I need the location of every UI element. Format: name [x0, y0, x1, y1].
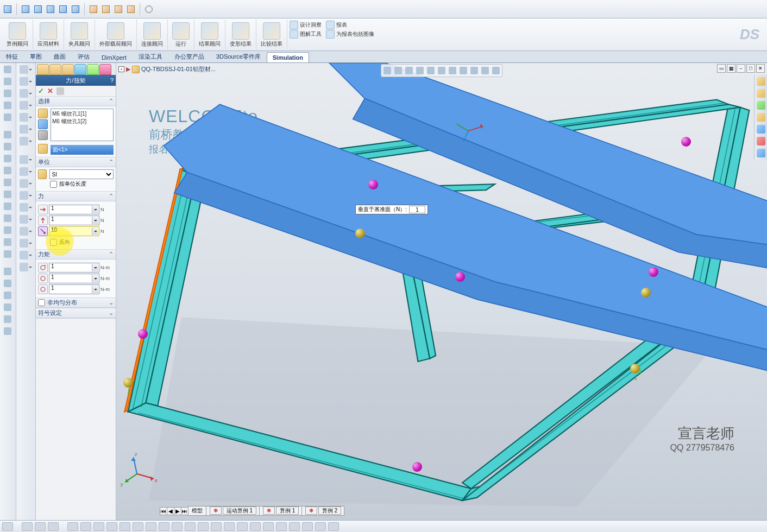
torque-x-icon[interactable]: [38, 263, 48, 273]
list-item[interactable]: M6 螺纹孔1[1]: [52, 110, 112, 118]
status-btn[interactable]: [237, 522, 248, 531]
vt2-btn[interactable]: [17, 88, 34, 99]
vt2-btn[interactable]: [17, 136, 34, 147]
rib-result-advisor[interactable]: 结果顾问: [194, 20, 225, 49]
status-btn[interactable]: [185, 522, 196, 531]
tab-features[interactable]: 特征: [0, 50, 24, 62]
maximize-icon[interactable]: □: [746, 64, 755, 73]
bottom-tab-study2[interactable]: ✱ 算例 2: [301, 506, 344, 516]
torque-y-icon[interactable]: [38, 274, 48, 283]
rt-appearances[interactable]: [756, 136, 766, 147]
new-icon[interactable]: [2, 4, 13, 15]
select-face-icon[interactable]: [38, 109, 48, 118]
vt2-btn[interactable]: [17, 76, 34, 87]
view-cube-icon-1[interactable]: [20, 4, 31, 15]
status-btn[interactable]: [159, 522, 169, 531]
status-btn[interactable]: [2, 522, 13, 531]
view-setting-icon[interactable]: [480, 66, 490, 75]
tab-office[interactable]: 办公室产品: [168, 50, 210, 62]
selection-list[interactable]: M6 螺纹孔1[1] M6 螺纹孔1[2]: [51, 109, 114, 141]
pm-sec-h-select[interactable]: 选择⌃: [36, 97, 116, 106]
vt-btn[interactable]: [1, 177, 14, 188]
tab-evaluate[interactable]: 评估: [72, 50, 96, 62]
rt-resources[interactable]: [756, 88, 766, 99]
vt-btn[interactable]: [1, 278, 14, 289]
pm-sec-h-unit[interactable]: 单位⌃: [36, 157, 116, 167]
vt2-btn[interactable]: [17, 124, 34, 135]
vt-btn[interactable]: [1, 213, 14, 224]
vt-btn[interactable]: [1, 64, 14, 75]
bottom-tab-model[interactable]: 模型: [188, 506, 206, 516]
close-icon[interactable]: ✕: [756, 64, 765, 73]
minimize-icon[interactable]: −: [737, 64, 745, 73]
pm-sec-h-symbol[interactable]: 符号设定⌄: [36, 308, 116, 318]
status-btn[interactable]: [263, 522, 274, 531]
status-btn[interactable]: [22, 522, 33, 531]
zoom-area-icon[interactable]: [393, 66, 403, 75]
rib-report[interactable]: 报表: [326, 21, 374, 29]
pm-tab-dimxpert[interactable]: [74, 64, 86, 75]
pushpin-icon[interactable]: [56, 87, 64, 95]
vt-btn[interactable]: [1, 153, 14, 164]
status-btn[interactable]: [120, 522, 130, 531]
face-selection[interactable]: 面<1>: [51, 145, 114, 155]
status-btn[interactable]: [289, 522, 300, 531]
bottom-tab-motion1[interactable]: ✱ 运动算例 1: [206, 506, 260, 516]
status-btn[interactable]: [302, 522, 313, 531]
vt-btn[interactable]: [1, 290, 14, 301]
vt2-btn[interactable]: [17, 250, 34, 261]
rib-design-insight[interactable]: 设计洞察: [290, 21, 322, 29]
tab-nav-first[interactable]: ⏮: [160, 507, 167, 515]
status-btn[interactable]: [93, 522, 104, 531]
force-z-icon[interactable]: [38, 226, 48, 236]
tab-dimxpert[interactable]: DimXpert: [96, 52, 133, 62]
part-name[interactable]: QQ-TBDSSJ-01-01铝型材...: [141, 65, 216, 73]
status-btn[interactable]: [328, 522, 339, 531]
view-setting2-icon[interactable]: [491, 66, 501, 75]
vt-btn[interactable]: [1, 302, 14, 313]
status-btn[interactable]: [146, 522, 156, 531]
vt2-btn[interactable]: [17, 178, 34, 189]
vt-btn[interactable]: [1, 225, 14, 236]
zoom-fit-icon[interactable]: [382, 66, 392, 75]
face-ref-icon[interactable]: [38, 144, 48, 154]
vt-btn[interactable]: [1, 314, 14, 325]
vt2-btn[interactable]: [17, 166, 34, 177]
vt-btn[interactable]: [1, 129, 14, 140]
status-btn[interactable]: [198, 522, 209, 531]
viewport-single-icon[interactable]: ▭: [717, 64, 726, 73]
rt-file-explorer[interactable]: [756, 112, 766, 123]
torque-z-icon[interactable]: [38, 284, 48, 294]
pm-tab-config[interactable]: [62, 64, 74, 75]
pm-sec-h-torque[interactable]: 力矩⌃: [36, 250, 116, 259]
tab-sketch[interactable]: 草图: [24, 50, 48, 62]
rib-connection-advisor[interactable]: 连接顾问: [137, 20, 168, 49]
prev-view-icon[interactable]: [404, 66, 414, 75]
rib-apply-material[interactable]: 应用材料: [33, 20, 64, 49]
tab-simulation[interactable]: Simulation: [267, 52, 309, 62]
vt2-btn[interactable]: [17, 262, 34, 273]
status-btn[interactable]: [106, 522, 117, 531]
vt-btn[interactable]: [1, 201, 14, 212]
apply-scene-icon[interactable]: [469, 66, 479, 75]
rib-study-advisor[interactable]: 算例顾问: [2, 20, 33, 49]
vt-btn[interactable]: [1, 326, 14, 337]
cancel-button[interactable]: ✕: [47, 87, 53, 95]
tab-nav-prev[interactable]: ◀: [167, 507, 174, 515]
select-dir-icon[interactable]: [38, 119, 48, 129]
bottom-tab-study1[interactable]: ✱ 算例 1: [259, 506, 302, 516]
vt2-btn[interactable]: [17, 100, 34, 111]
tab-render[interactable]: 渲染工具: [133, 50, 168, 62]
unit-select[interactable]: SI: [49, 169, 114, 179]
vt-btn[interactable]: [1, 76, 14, 87]
measure-icon[interactable]: [143, 4, 154, 15]
edit-appearance-icon[interactable]: [458, 66, 468, 75]
list-item[interactable]: M6 螺纹孔1[2]: [52, 118, 112, 125]
section-view-icon[interactable]: [415, 66, 425, 75]
pm-tab-property[interactable]: [49, 64, 61, 75]
rt-view-palette[interactable]: [756, 124, 766, 135]
tooltip-input[interactable]: [409, 206, 425, 213]
status-btn[interactable]: [35, 522, 46, 531]
vt-btn[interactable]: [1, 237, 14, 248]
rib-compare-result[interactable]: 比较结果: [256, 20, 287, 49]
